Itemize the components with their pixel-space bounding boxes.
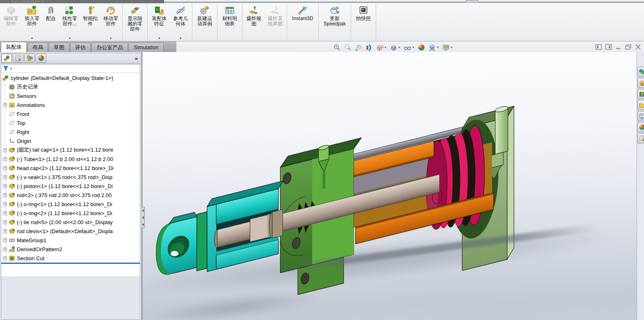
tab-assembly[interactable]: 装配体 — [1, 42, 27, 52]
dropdown-arrow-icon[interactable]: ▼ — [398, 46, 401, 49]
zoom-to-fit-button[interactable] — [332, 43, 342, 52]
view-orientation-button[interactable]: ▼ — [375, 43, 388, 52]
tree-item-front-plane[interactable]: Front — [1, 109, 140, 118]
tree-item-mategroup[interactable]: +MateGroup1 — [1, 236, 140, 245]
tree-item-top-plane[interactable]: Top — [1, 118, 140, 127]
tree-item-history[interactable]: 历史记录 — [1, 82, 140, 91]
tree-item-cylinder[interactable]: cylinder (Default<Default_Display State-… — [1, 73, 140, 82]
tab-sketch[interactable]: 草图 — [49, 43, 69, 52]
expand-toggle[interactable]: + — [3, 157, 7, 161]
tab-evaluate[interactable]: 评估 — [70, 43, 91, 52]
expand-toggle[interactable]: + — [3, 229, 7, 233]
custom-properties-tab[interactable] — [637, 133, 644, 143]
tree-item-o-ring-2[interactable]: +(-) o-ring<2> (1.12 bore<<1.12 bore>_Di — [1, 209, 140, 218]
expand-toggle[interactable]: + — [3, 184, 7, 188]
tree-item-head-cap[interactable]: +head cap<2> (1.12 bore<<1.12 bore>_Di — [1, 163, 140, 172]
expand-toggle[interactable]: + — [3, 148, 7, 152]
tree-item-o-ring-1[interactable]: +(-) o-ring<1> (1.12 bore<<1.12 bore>_Di — [1, 200, 140, 209]
cylinder-assembly-model[interactable] — [142, 52, 644, 320]
tree-filter-bar[interactable]: ▼ — [1, 64, 140, 73]
tree-item-origin[interactable]: Origin — [1, 136, 140, 145]
tree-item-annotations[interactable]: +Annotations — [1, 100, 140, 109]
expand-toggle[interactable]: + — [3, 202, 7, 206]
expand-toggle[interactable]: + — [3, 175, 7, 179]
update-speedpak-button[interactable]: 更新 Speedpak — [320, 3, 350, 41]
tree-item-derivedcirpattern[interactable]: +DerivedCirPattern2 — [1, 245, 140, 254]
new-motion-study-button[interactable]: 新建运 动算例 — [193, 3, 216, 41]
tree-item-v-seal[interactable]: +(-) v-seal<1> (.375 rod<<.375 rod>_Disp — [1, 172, 140, 182]
panel-overflow-chevron[interactable]: » — [135, 55, 140, 61]
view-palette-tab[interactable] — [637, 111, 644, 121]
hide-show-items-button[interactable]: ▼ — [403, 43, 416, 52]
view-settings-button[interactable]: ▼ — [441, 43, 454, 52]
tree-item-sensors[interactable]: Sensors — [1, 91, 140, 100]
dropdown-arrow-icon[interactable]: ▼ — [436, 46, 439, 49]
insert-components-button[interactable]: 插入零 部件 ▼ — [21, 3, 43, 41]
expand-toggle[interactable]: + — [3, 211, 7, 215]
dropdown-arrow-icon[interactable]: ▼ — [110, 37, 112, 41]
instant3d-button[interactable]: Instant3D — [288, 3, 317, 41]
tree-item-rod-clevis[interactable]: +rod clevis<1> (Default<<Default>_Displa — [1, 227, 140, 236]
appearances-scenes-tab[interactable] — [637, 122, 644, 132]
restore-button[interactable] — [625, 44, 632, 50]
tree-item-tube[interactable]: +(-) Tube<1> (1.12 b 2.00 st<<1.12 b 2.0… — [1, 154, 140, 163]
expand-toggle[interactable]: + — [3, 103, 7, 107]
file-explorer-tab[interactable] — [637, 100, 644, 110]
tree-item-tail-cap[interactable]: +(固定) tail cap<1> (1.12 bore<<1.12 bore — [1, 145, 140, 154]
tree-item-right-plane[interactable]: Right — [1, 127, 140, 136]
tree-item-section-cut[interactable]: +Section Cut — [1, 254, 140, 263]
mate-button[interactable]: 配合 — [43, 3, 59, 41]
minimize-button[interactable] — [615, 44, 622, 50]
edit-appearance-button[interactable] — [417, 43, 426, 52]
filter-dropdown-arrow[interactable]: ▼ — [10, 67, 13, 70]
edit-component-button[interactable]: 编辑零 部件 — [1, 3, 21, 41]
apply-scene-button[interactable]: ▼ — [427, 43, 440, 52]
expand-toggle[interactable]: + — [3, 220, 7, 224]
solidworks-resources-tab[interactable] — [637, 67, 644, 77]
expand-toggle[interactable]: + — [3, 247, 7, 251]
linear-component-pattern-button[interactable]: 线性零 部件... ▼ — [59, 3, 80, 41]
close-button[interactable] — [635, 44, 642, 50]
show-hidden-components-button[interactable]: 显示隐 藏的零 部件 — [123, 3, 146, 41]
tree-item-tie-rod[interactable]: +(-) tie rod<5> (2.00 st<<2.00 st>_Displ… — [1, 218, 140, 227]
featuremanager-tree-tab[interactable] — [1, 54, 12, 63]
dropdown-arrow-icon[interactable]: ▼ — [158, 37, 161, 41]
tab-office-products[interactable]: 办公室产品 — [91, 43, 128, 52]
tab-layout[interactable]: 布局 — [27, 43, 48, 52]
dropdown-arrow-icon[interactable]: ▼ — [450, 46, 453, 49]
expand-toggle[interactable]: + — [3, 193, 7, 197]
dropdown-arrow-icon[interactable]: ▼ — [179, 37, 182, 41]
explode-line-sketch-button[interactable]: 爆炸直 线草图 — [265, 3, 286, 41]
rollback-bar[interactable] — [1, 263, 140, 264]
tree-item-piston[interactable]: +(-) piston<1> (1.12 bore<<1.12 bore>_Di — [1, 182, 140, 191]
displaymanager-tab[interactable] — [36, 54, 46, 63]
panel-splitter-handle[interactable] — [142, 207, 145, 228]
reference-geometry-button[interactable]: 参考几 何体 ▼ — [170, 3, 191, 41]
graphics-viewport[interactable] — [142, 52, 644, 320]
propertymanager-tab[interactable] — [13, 54, 23, 63]
display-style-button[interactable]: ▼ — [389, 43, 402, 52]
previous-view-button[interactable] — [354, 43, 363, 52]
dropdown-arrow-icon[interactable]: ▼ — [69, 37, 71, 41]
design-library-tab[interactable] — [637, 89, 644, 99]
smart-fasteners-button[interactable]: 智能扣 件 — [80, 3, 100, 41]
zoom-to-area-button[interactable] — [343, 43, 352, 52]
expand-toggle[interactable]: + — [3, 238, 7, 242]
configuration-manager-tab[interactable] — [24, 54, 35, 63]
collapse-right-pane-button[interactable] — [605, 44, 612, 50]
expand-toggle[interactable]: + — [3, 256, 7, 260]
section-view-button[interactable] — [364, 43, 374, 52]
assembly-features-button[interactable]: 装配体 特征 ▼ — [148, 3, 170, 41]
expand-toggle[interactable]: + — [3, 166, 7, 170]
dropdown-arrow-icon[interactable]: ▼ — [31, 37, 34, 41]
collapse-left-pane-button[interactable] — [595, 44, 602, 50]
exploded-view-button[interactable]: 爆炸视 图 — [243, 3, 265, 41]
take-snapshot-button[interactable]: 拍快照 — [352, 3, 375, 41]
dropdown-arrow-icon[interactable]: ▼ — [412, 46, 415, 49]
tab-simulation[interactable]: Simulation — [129, 43, 164, 52]
move-component-button[interactable]: 移动零 部件 ▼ — [100, 3, 121, 41]
bill-of-materials-button[interactable]: 材料明 细表 — [218, 3, 241, 41]
home-tab[interactable] — [637, 78, 644, 88]
dropdown-arrow-icon[interactable]: ▼ — [384, 46, 387, 49]
tree-item-rod[interactable]: +rod<2> (.375 rod 2.00 st<<.375 rod 2.00 — [1, 191, 140, 200]
